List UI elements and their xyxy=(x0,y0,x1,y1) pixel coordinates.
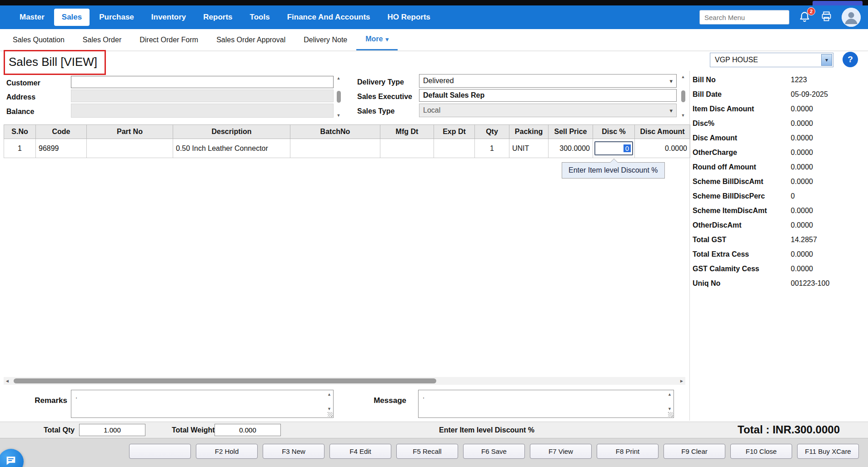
f11-buy-xcare-button[interactable]: F11 Buy XCare xyxy=(797,444,859,459)
table-header-row: S.No Code Part No Description BatchNo Mf… xyxy=(4,125,690,139)
scroll-up-icon[interactable]: ▲ xyxy=(337,76,341,80)
message-text: . xyxy=(419,390,673,402)
notification-badge: 2 xyxy=(807,7,815,15)
nav-item-sales[interactable]: Sales xyxy=(54,9,90,26)
col-sell-price: Sell Price xyxy=(549,125,593,139)
scroll-down-icon[interactable]: ▼ xyxy=(337,113,341,118)
bill-summary-panel: Bill No1223 Bill Date05-09-2025 Item Dis… xyxy=(690,73,863,291)
f2-hold-button[interactable]: F2 Hold xyxy=(196,444,258,459)
nav-item-purchase[interactable]: Purchase xyxy=(91,9,142,26)
f8-print-button[interactable]: F8 Print xyxy=(597,444,658,459)
customer-label: Customer xyxy=(6,79,40,87)
app-window: Master Sales Purchase Inventory Reports … xyxy=(0,0,868,467)
subnav-item-delivery-note[interactable]: Delivery Note xyxy=(294,29,356,50)
scrollbar-thumb[interactable] xyxy=(337,91,341,103)
search-input[interactable] xyxy=(699,10,789,25)
customer-panel-scrollbar[interactable]: ▲ ▼ xyxy=(335,75,342,118)
scroll-down-icon[interactable]: ▼ xyxy=(681,113,685,118)
form-panel-scrollbar[interactable]: ▲ ▼ xyxy=(679,74,687,118)
totals-bar: Total Qty Total Weight Enter Item level … xyxy=(0,422,868,438)
page-title: Sales Bill [VIEW] xyxy=(4,50,106,75)
address-label: Address xyxy=(6,93,35,101)
sales-subnav: Sales Quotation Sales Order Direct Order… xyxy=(0,29,868,51)
scrollbar-thumb[interactable] xyxy=(14,378,436,383)
scroll-right-icon[interactable]: ► xyxy=(678,378,685,383)
f7-view-button[interactable]: F7 View xyxy=(530,444,592,459)
summary-row: Bill No1223 xyxy=(690,73,863,87)
resize-handle[interactable] xyxy=(328,412,333,417)
summary-value: 0 xyxy=(791,192,795,200)
scroll-up-icon[interactable]: ▲ xyxy=(668,392,672,397)
function-key-bar: F2 Hold F3 New F4 Edit F5 Recall F6 Save… xyxy=(0,438,868,467)
subnav-item-sales-order[interactable]: Sales Order xyxy=(74,29,130,50)
scroll-left-icon[interactable]: ◄ xyxy=(4,378,11,383)
sales-type-label: Sales Type xyxy=(357,107,394,115)
summary-value: 001223-100 xyxy=(791,279,829,288)
summary-value: 05-09-2025 xyxy=(791,90,828,99)
table-row[interactable]: 1 96899 0.50 Inch Leather Connector 1 UN… xyxy=(4,139,690,158)
nav-item-ho-reports[interactable]: HO Reports xyxy=(380,9,438,26)
summary-value: 0.0000 xyxy=(791,134,813,142)
subnav-item-direct-order-form[interactable]: Direct Order Form xyxy=(130,29,207,50)
subnav-item-sales-order-approval[interactable]: Sales Order Approval xyxy=(207,29,294,50)
summary-row: Scheme BillDiscAmt0.0000 xyxy=(690,174,863,189)
chevron-down-icon: ▾ xyxy=(385,36,389,43)
summary-row: Total GST14.2857 xyxy=(690,233,863,247)
total-weight-input[interactable] xyxy=(215,424,281,436)
customer-input[interactable] xyxy=(71,76,334,88)
remarks-textarea[interactable]: . ▲ ▼ xyxy=(71,390,334,418)
nav-item-tools[interactable]: Tools xyxy=(242,9,278,26)
disc-percent-input[interactable]: 0 xyxy=(594,141,633,155)
more-label: More xyxy=(365,35,383,43)
scroll-down-icon[interactable]: ▼ xyxy=(327,407,331,411)
nav-item-inventory[interactable]: Inventory xyxy=(144,9,194,26)
nav-item-master[interactable]: Master xyxy=(12,9,52,26)
subnav-item-more[interactable]: More ▾ xyxy=(356,29,398,50)
notifications-button[interactable]: 2 xyxy=(798,11,811,24)
help-button[interactable]: ? xyxy=(843,52,858,67)
scrollbar-thumb[interactable] xyxy=(681,90,685,102)
nav-item-reports[interactable]: Reports xyxy=(195,9,240,26)
nav-item-finance-and-accounts[interactable]: Finance And Accounts xyxy=(279,9,378,26)
balance-label: Balance xyxy=(6,108,34,116)
f5-recall-button[interactable]: F5 Recall xyxy=(396,444,458,459)
subnav-item-sales-quotation[interactable]: Sales Quotation xyxy=(4,29,74,50)
total-qty-input[interactable] xyxy=(79,424,145,436)
summary-label: Round off Amount xyxy=(690,163,791,171)
f3-new-button[interactable]: F3 New xyxy=(263,444,324,459)
cell-description: 0.50 Inch Leather Connector xyxy=(173,139,290,158)
f10-close-button[interactable]: F10 Close xyxy=(730,444,792,459)
items-table: S.No Code Part No Description BatchNo Mf… xyxy=(4,124,690,158)
branch-select[interactable]: VGP HOUSE ▾ xyxy=(710,53,833,67)
summary-row: Uniq No001223-100 xyxy=(690,276,863,291)
message-textarea[interactable]: . ▲ ▼ xyxy=(418,390,674,418)
print-icon[interactable] xyxy=(820,10,833,25)
user-avatar[interactable] xyxy=(842,8,861,27)
sales-executive-input[interactable] xyxy=(419,89,677,102)
chat-icon xyxy=(5,454,17,467)
scroll-up-icon[interactable]: ▲ xyxy=(327,392,331,397)
cell-sno: 1 xyxy=(4,139,36,158)
f4-edit-button[interactable]: F4 Edit xyxy=(329,444,391,459)
col-packing: Packing xyxy=(509,125,549,139)
navbar-right: 2 xyxy=(699,5,861,29)
summary-value: 0.0000 xyxy=(791,119,813,128)
delivery-type-select[interactable]: Delivered ▾ xyxy=(419,74,677,88)
dropdown-button-icon[interactable]: ▾ xyxy=(821,54,832,66)
resize-handle[interactable] xyxy=(668,412,673,417)
summary-row: Round off Amount0.0000 xyxy=(690,160,863,174)
col-description: Description xyxy=(173,125,290,139)
cell-part-no xyxy=(87,139,173,158)
cell-mfg-dt xyxy=(380,139,434,158)
f1-button[interactable] xyxy=(129,444,191,459)
chevron-down-icon: ▾ xyxy=(669,107,673,114)
scroll-down-icon[interactable]: ▼ xyxy=(668,407,672,411)
summary-label: Scheme BillDiscPerc xyxy=(690,192,791,200)
scroll-up-icon[interactable]: ▲ xyxy=(681,75,685,79)
message-label: Message xyxy=(365,396,406,405)
table-horizontal-scrollbar[interactable]: ◄ ► xyxy=(4,377,685,385)
f9-clear-button[interactable]: F9 Clear xyxy=(663,444,725,459)
col-mfg-dt: Mfg Dt xyxy=(380,125,434,139)
f6-save-button[interactable]: F6 Save xyxy=(463,444,525,459)
summary-label: Total Extra Cess xyxy=(690,250,791,258)
